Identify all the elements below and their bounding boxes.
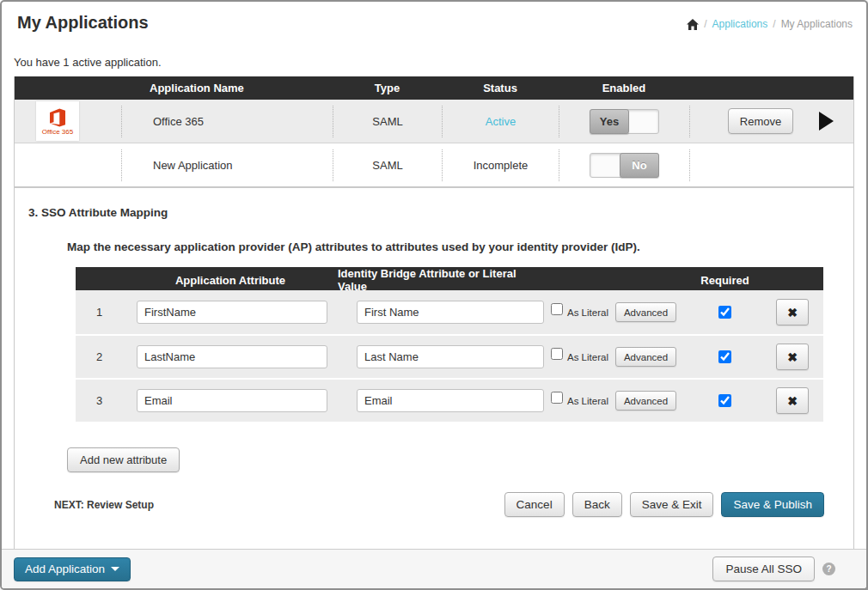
- home-icon[interactable]: [687, 19, 699, 30]
- expand-arrow-icon[interactable]: [819, 112, 834, 131]
- save-and-publish-button[interactable]: Save & Publish: [721, 492, 824, 517]
- application-enabled-cell: Yes: [559, 106, 689, 137]
- add-application-button[interactable]: Add Application: [14, 557, 131, 581]
- footer-bar: Add Application Pause All SSO ?: [2, 549, 866, 588]
- attribute-row-2: 2 As Literal Advanced ✖: [76, 334, 823, 378]
- as-literal-label: As Literal: [567, 352, 608, 362]
- attribute-row-3: 3 As Literal Advanced ✖: [76, 378, 823, 422]
- footer-right-group: Pause All SSO ?: [712, 557, 835, 581]
- remove-cell: ✖: [766, 299, 823, 325]
- literal-cell: As Literal Advanced: [547, 302, 684, 322]
- required-cell: [684, 350, 766, 363]
- remove-attribute-button[interactable]: ✖: [776, 387, 809, 414]
- advanced-button[interactable]: Advanced: [615, 302, 676, 322]
- header-idp-attribute: Identity Bridge Attribute or Literal Val…: [338, 267, 547, 293]
- required-checkbox[interactable]: [718, 350, 731, 363]
- page-title: My Applications: [17, 13, 149, 33]
- required-cell: [684, 394, 766, 407]
- section-heading: 3. SSO Attribute Mapping: [15, 188, 853, 219]
- as-literal-checkbox[interactable]: [551, 348, 563, 360]
- application-name: New Application: [121, 149, 333, 181]
- header-application-attribute: Application Attribute: [123, 267, 338, 293]
- header-status: Status: [442, 76, 559, 100]
- application-type: SAML: [333, 106, 442, 137]
- enabled-toggle-handle[interactable]: Yes: [590, 109, 629, 134]
- breadcrumb-link-applications[interactable]: Applications: [712, 18, 768, 30]
- breadcrumb-separator: /: [773, 18, 775, 30]
- back-button[interactable]: Back: [572, 492, 622, 517]
- help-icon[interactable]: ?: [822, 563, 835, 575]
- office-365-logo-text: Office 365: [42, 129, 73, 136]
- breadcrumb-current: My Applications: [781, 18, 853, 30]
- remove-attribute-button[interactable]: ✖: [776, 299, 809, 325]
- required-checkbox[interactable]: [718, 306, 731, 319]
- application-actions-cell: [689, 149, 853, 181]
- idp-attribute-input[interactable]: [357, 301, 544, 324]
- application-attribute-input[interactable]: [137, 345, 327, 368]
- header-type: Type: [333, 76, 442, 100]
- idp-attribute-input[interactable]: [357, 389, 544, 412]
- application-status: Active: [442, 106, 559, 137]
- advanced-button[interactable]: Advanced: [615, 391, 676, 411]
- advanced-button[interactable]: Advanced: [615, 347, 676, 367]
- sso-configuration-panel: 3. SSO Attribute Mapping Map the necessa…: [14, 188, 854, 552]
- required-cell: [684, 306, 766, 319]
- attribute-row-index: 1: [76, 306, 123, 319]
- header-literal-spacer: [547, 267, 684, 293]
- breadcrumb: / Applications / My Applications: [687, 18, 853, 30]
- as-literal-label: As Literal: [567, 307, 608, 318]
- add-application-label: Add Application: [25, 563, 105, 575]
- header-required: Required: [684, 267, 766, 293]
- application-attribute-input[interactable]: [137, 301, 327, 324]
- pause-all-sso-button[interactable]: Pause All SSO: [712, 557, 815, 581]
- next-step-label: NEXT: Review Setup: [54, 499, 154, 511]
- dropdown-caret-icon: [111, 567, 119, 571]
- wizard-buttons: Cancel Back Save & Exit Save & Publish: [504, 492, 824, 517]
- application-actions-cell: Remove: [689, 106, 853, 137]
- enabled-toggle[interactable]: Yes: [590, 109, 659, 134]
- cancel-button[interactable]: Cancel: [504, 492, 565, 517]
- applications-table: Application Name Type Status Enabled Off…: [14, 76, 854, 188]
- page-header: My Applications / Applications / My Appl…: [2, 2, 866, 33]
- idp-attribute-input[interactable]: [357, 345, 544, 368]
- as-literal-label: As Literal: [567, 396, 608, 406]
- application-row-new-application: New Application SAML Incomplete No: [15, 143, 853, 187]
- attribute-mapping-table: Application Attribute Identity Bridge At…: [76, 267, 823, 422]
- application-name: Office 365: [121, 106, 333, 137]
- remove-attribute-icon: ✖: [787, 394, 798, 408]
- attribute-row-index: 2: [76, 350, 123, 363]
- header-remove-spacer: [766, 267, 823, 293]
- save-and-exit-button[interactable]: Save & Exit: [630, 492, 714, 517]
- application-type: SAML: [333, 149, 442, 181]
- application-enabled-cell: No: [559, 149, 689, 181]
- application-attribute-input[interactable]: [137, 389, 327, 412]
- remove-attribute-icon: ✖: [787, 306, 798, 319]
- application-status: Incomplete: [442, 149, 559, 181]
- application-logo-cell: [15, 149, 121, 181]
- section-description: Map the necessary application provider (…: [15, 219, 853, 253]
- office-365-logo: Office 365: [36, 101, 79, 141]
- header-icon-spacer: [15, 76, 121, 100]
- my-applications-page: My Applications / Applications / My Appl…: [0, 0, 868, 590]
- remove-attribute-button[interactable]: ✖: [776, 344, 809, 370]
- header-actions-spacer: [689, 76, 853, 100]
- application-row-office-365: Office 365 Office 365 SAML Active Yes Re…: [15, 100, 853, 143]
- wizard-action-row: NEXT: Review Setup Cancel Back Save & Ex…: [54, 492, 824, 517]
- enabled-toggle[interactable]: No: [590, 153, 659, 178]
- remove-cell: ✖: [766, 387, 823, 414]
- active-application-count-text: You have 1 active application.: [14, 56, 866, 69]
- attribute-row-index: 3: [76, 394, 123, 407]
- required-checkbox[interactable]: [718, 394, 731, 407]
- applications-table-header: Application Name Type Status Enabled: [15, 76, 853, 100]
- remove-cell: ✖: [766, 344, 823, 370]
- as-literal-checkbox[interactable]: [551, 392, 563, 404]
- as-literal-checkbox[interactable]: [551, 303, 563, 315]
- header-enabled: Enabled: [559, 76, 689, 100]
- add-new-attribute-button[interactable]: Add new attribute: [67, 447, 180, 472]
- remove-application-button[interactable]: Remove: [728, 108, 793, 134]
- header-application-name: Application Name: [121, 76, 333, 100]
- remove-attribute-icon: ✖: [787, 350, 798, 364]
- office-365-logo-glyph: [47, 107, 68, 128]
- enabled-toggle-handle[interactable]: No: [620, 153, 659, 178]
- application-logo-cell: Office 365: [15, 106, 121, 137]
